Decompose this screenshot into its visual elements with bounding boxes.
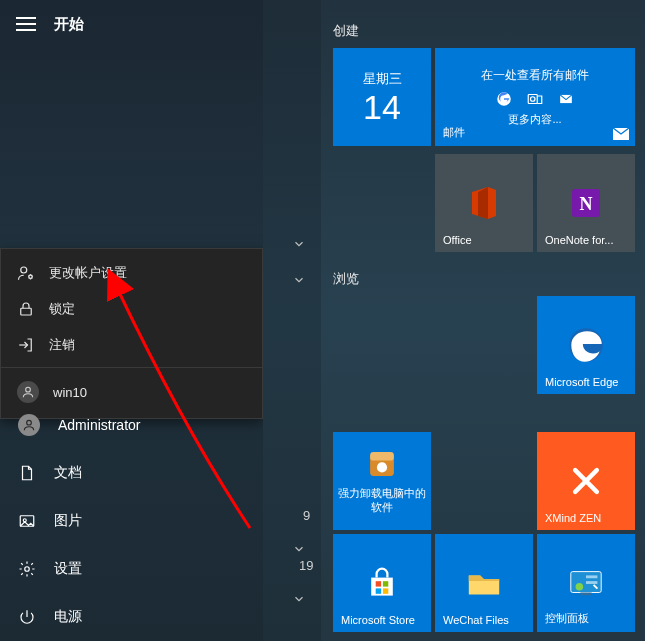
- edge-caption: Microsoft Edge: [545, 376, 627, 388]
- start-header: 开始: [0, 0, 263, 48]
- change-account-label: 更改帐户设置: [49, 264, 127, 282]
- office-caption: Office: [443, 234, 525, 246]
- wechat-caption: WeChat Files: [443, 614, 525, 626]
- mail-corner-icon: [613, 128, 629, 140]
- calendar-day: 14: [363, 90, 401, 124]
- settings-label: 设置: [54, 560, 82, 578]
- user-gear-icon: [17, 264, 35, 282]
- sign-out-label: 注销: [49, 336, 75, 354]
- svg-rect-17: [370, 452, 394, 461]
- svg-point-1: [29, 275, 32, 278]
- envelope-icon: [557, 92, 575, 106]
- list-fragment: 19: [299, 558, 313, 573]
- chevron-down-icon[interactable]: [291, 272, 307, 288]
- svg-rect-19: [376, 581, 381, 586]
- svg-point-0: [21, 267, 27, 273]
- pictures-icon: [18, 512, 36, 530]
- onenote-icon: N: [565, 182, 607, 224]
- svg-rect-20: [383, 581, 388, 586]
- calendar-weekday: 星期三: [363, 70, 402, 88]
- store-icon: [361, 562, 403, 604]
- svg-point-4: [27, 420, 32, 425]
- svg-point-3: [26, 387, 31, 392]
- mail-caption: 邮件: [443, 125, 627, 140]
- lock-item[interactable]: 锁定: [1, 291, 262, 327]
- lock-icon: [17, 300, 35, 318]
- gear-icon: [18, 560, 36, 578]
- control-panel-caption: 控制面板: [545, 611, 627, 626]
- power-icon: [18, 608, 36, 626]
- start-title: 开始: [54, 15, 84, 34]
- svg-point-10: [531, 97, 536, 102]
- uninstaller-caption: 强力卸载电脑中的软件: [333, 487, 431, 515]
- sidebar-item-settings[interactable]: 设置: [0, 545, 263, 593]
- start-sidebar: 开始 更改帐户设置 锁定 注销 win10: [0, 0, 263, 641]
- folder-icon: [463, 562, 505, 604]
- store-caption: Microsoft Store: [341, 614, 423, 626]
- account-flyout: 更改帐户设置 锁定 注销 win10: [0, 248, 263, 419]
- tile-control-panel[interactable]: 控制面板: [537, 534, 635, 632]
- mail-headline: 在一处查看所有邮件: [481, 67, 589, 84]
- sidebar-item-power[interactable]: 电源: [0, 593, 263, 641]
- tiles-panel: 创建 星期三 14 在一处查看所有邮件 更多内容... 邮件 Office: [321, 0, 645, 641]
- app-list-column: 9 19: [263, 0, 321, 641]
- uninstaller-icon: [365, 447, 399, 481]
- office-icon: [463, 182, 505, 224]
- tile-edge[interactable]: Microsoft Edge: [537, 296, 635, 394]
- admin-label: Administrator: [58, 417, 140, 433]
- flyout-user-label: win10: [53, 385, 87, 400]
- svg-rect-9: [528, 95, 537, 104]
- tile-mail[interactable]: 在一处查看所有邮件 更多内容... 邮件: [435, 48, 635, 146]
- hamburger-icon[interactable]: [16, 17, 36, 31]
- xmind-caption: XMind ZEN: [545, 512, 627, 524]
- chevron-down-icon[interactable]: [291, 236, 307, 252]
- group-browse-label[interactable]: 浏览: [321, 270, 645, 296]
- tile-xmind[interactable]: XMind ZEN: [537, 432, 635, 530]
- xmind-icon: [565, 460, 607, 502]
- tile-wechat-files[interactable]: WeChat Files: [435, 534, 533, 632]
- user-avatar-icon: [17, 381, 39, 403]
- svg-text:N: N: [580, 194, 593, 214]
- lock-label: 锁定: [49, 300, 75, 318]
- svg-rect-27: [586, 581, 597, 584]
- sidebar-item-pictures[interactable]: 图片: [0, 497, 263, 545]
- svg-rect-26: [586, 575, 597, 578]
- svg-rect-2: [21, 308, 32, 315]
- chevron-down-icon[interactable]: [291, 591, 307, 607]
- change-account-settings[interactable]: 更改帐户设置: [1, 255, 262, 291]
- svg-point-7: [25, 567, 30, 572]
- outlook-icon: [525, 90, 545, 108]
- sign-out-icon: [17, 336, 35, 354]
- svg-point-25: [576, 583, 584, 591]
- svg-point-18: [377, 463, 387, 473]
- group-create-label[interactable]: 创建: [321, 22, 645, 48]
- tile-office[interactable]: Office: [435, 154, 533, 252]
- sign-out-item[interactable]: 注销: [1, 327, 262, 363]
- control-panel-icon: [565, 562, 607, 604]
- mail-provider-icons: [495, 90, 575, 108]
- svg-rect-21: [376, 588, 381, 593]
- tile-onenote[interactable]: N OneNote for...: [537, 154, 635, 252]
- pictures-label: 图片: [54, 512, 82, 530]
- document-icon: [18, 464, 36, 482]
- tile-calendar[interactable]: 星期三 14: [333, 48, 431, 146]
- sidebar-item-documents[interactable]: 文档: [0, 449, 263, 497]
- tile-store[interactable]: Microsoft Store: [333, 534, 431, 632]
- onenote-caption: OneNote for...: [545, 234, 627, 246]
- flyout-separator: [1, 367, 262, 368]
- chevron-down-icon[interactable]: [291, 541, 307, 557]
- admin-avatar-icon: [18, 414, 40, 436]
- google-icon: [495, 90, 513, 108]
- edge-icon: [565, 324, 607, 366]
- tile-uninstaller[interactable]: 强力卸载电脑中的软件: [333, 432, 431, 530]
- sidebar-bottom: Administrator 文档 图片 设置 电源: [0, 401, 263, 641]
- sidebar-item-admin[interactable]: Administrator: [0, 401, 263, 449]
- svg-rect-28: [580, 593, 591, 596]
- svg-rect-22: [383, 588, 388, 593]
- documents-label: 文档: [54, 464, 82, 482]
- power-label: 电源: [54, 608, 82, 626]
- list-fragment: 9: [303, 508, 310, 523]
